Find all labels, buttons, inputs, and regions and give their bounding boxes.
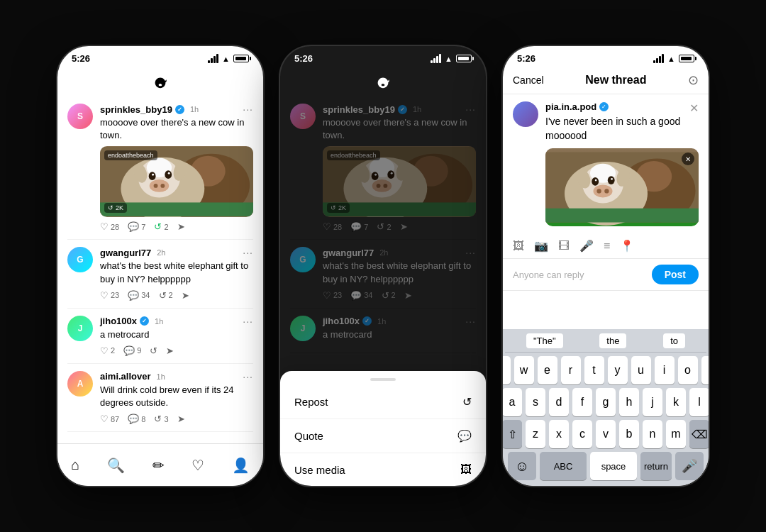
dots-1[interactable]: ··· <box>243 104 253 115</box>
dark-share-2[interactable]: ➤ <box>404 290 412 301</box>
key-emoji[interactable]: ☺ <box>508 452 536 480</box>
dark-dots-1[interactable]: ··· <box>465 104 476 115</box>
key-q[interactable]: q <box>503 356 511 384</box>
key-s[interactable]: s <box>526 388 545 416</box>
post-text-3: a metrocard <box>100 328 253 341</box>
dark-post-actions-2[interactable]: ♡23 💬34 ↺2 ➤ <box>323 290 476 301</box>
comment-action-1[interactable]: 💬7 <box>128 221 145 232</box>
repost-action-2[interactable]: ↺2 <box>159 290 173 301</box>
like-action-4[interactable]: ♡87 <box>100 414 119 424</box>
nav-home[interactable]: ⌂ <box>71 457 79 473</box>
avatar-3: J <box>67 316 93 341</box>
dark-post-actions-1[interactable]: ♡28 💬7 ↺2 ➤ <box>323 221 476 232</box>
key-f[interactable]: f <box>572 388 592 416</box>
repost-action-1[interactable]: ↺2 <box>154 221 168 232</box>
key-m[interactable]: m <box>666 420 686 448</box>
like-action-3[interactable]: ♡2 <box>100 345 115 356</box>
camera-icon[interactable]: 📷 <box>534 239 548 253</box>
dark-repost-2[interactable]: ↺2 <box>382 290 396 301</box>
dark-like-1[interactable]: ♡28 <box>323 221 342 232</box>
post-actions-3[interactable]: ♡2 💬9 ↺ ➤ <box>100 345 253 356</box>
key-w[interactable]: w <box>514 356 534 384</box>
key-shift[interactable]: ⇧ <box>503 420 522 448</box>
key-delete[interactable]: ⌫ <box>689 420 709 448</box>
svg-point-6 <box>149 172 156 181</box>
dark-comment-2[interactable]: 💬34 <box>350 290 372 301</box>
key-p[interactable]: p <box>701 356 709 384</box>
comment-action-3[interactable]: 💬9 <box>123 345 141 356</box>
dark-dots-3[interactable]: ··· <box>465 316 476 327</box>
svg-point-23 <box>387 171 394 179</box>
key-g[interactable]: g <box>596 388 616 416</box>
compose-input-text[interactable]: I've never been in such a good moooood <box>545 115 699 143</box>
photo-icon[interactable]: 🖼 <box>513 240 524 253</box>
nav-compose[interactable]: ✏ <box>152 457 165 474</box>
post-actions-1[interactable]: ♡28 💬7 ↺2 ➤ <box>100 221 253 232</box>
key-b[interactable]: b <box>619 420 639 448</box>
key-x[interactable]: x <box>549 420 569 448</box>
compose-options-button[interactable]: ⊙ <box>688 72 699 88</box>
key-h[interactable]: h <box>619 388 639 416</box>
suggestion-0[interactable]: "The" <box>526 333 563 348</box>
key-d[interactable]: d <box>549 388 569 416</box>
dark-like-2[interactable]: ♡23 <box>323 290 342 301</box>
key-mic[interactable]: 🎤 <box>675 452 704 480</box>
key-abc[interactable]: ABC <box>540 452 587 480</box>
key-r[interactable]: r <box>561 356 581 384</box>
key-e[interactable]: e <box>538 356 557 384</box>
cancel-button[interactable]: Cancel <box>513 74 544 86</box>
post-actions-4[interactable]: ♡87 💬8 ↺3 ➤ <box>100 414 253 424</box>
compose-username: pia.in.a.pod <box>545 101 596 112</box>
key-return[interactable]: return <box>640 452 672 480</box>
svg-point-42 <box>594 185 613 198</box>
post-button[interactable]: Post <box>652 265 699 284</box>
key-v[interactable]: v <box>596 420 616 448</box>
svg-point-40 <box>595 179 597 182</box>
dark-comment-1[interactable]: 💬7 <box>350 221 368 232</box>
post-actions-2[interactable]: ♡23 💬34 ↺2 ➤ <box>100 290 253 301</box>
key-space[interactable]: space <box>590 452 637 480</box>
nav-profile[interactable]: 👤 <box>232 457 250 474</box>
key-j[interactable]: j <box>643 388 662 416</box>
dark-repost-1[interactable]: ↺2 <box>377 221 391 232</box>
share-action-3[interactable]: ➤ <box>166 345 174 356</box>
nav-heart[interactable]: ♡ <box>192 457 204 474</box>
dark-share-1[interactable]: ➤ <box>400 221 408 232</box>
key-n[interactable]: n <box>643 420 662 448</box>
suggestion-2[interactable]: to <box>663 333 685 348</box>
comment-action-2[interactable]: 💬34 <box>128 290 150 301</box>
like-action-1[interactable]: ♡28 <box>100 221 119 232</box>
compose-close-button[interactable]: ✕ <box>689 101 699 115</box>
dark-dots-2[interactable]: ··· <box>465 247 476 258</box>
list-icon[interactable]: ≡ <box>604 240 610 253</box>
share-action-1[interactable]: ➤ <box>177 221 185 232</box>
key-a[interactable]: a <box>503 388 522 416</box>
repost-option[interactable]: Repost ↺ <box>280 385 486 419</box>
share-action-4[interactable]: ➤ <box>177 414 185 424</box>
key-k[interactable]: k <box>666 388 686 416</box>
dots-2[interactable]: ··· <box>243 247 253 258</box>
key-o[interactable]: o <box>678 356 698 384</box>
key-y[interactable]: y <box>608 356 628 384</box>
dots-4[interactable]: ··· <box>243 371 253 382</box>
key-c[interactable]: c <box>572 420 592 448</box>
gif-icon[interactable]: 🎞 <box>558 240 570 253</box>
repost-action-3[interactable]: ↺ <box>150 345 157 356</box>
nav-search[interactable]: 🔍 <box>107 457 125 474</box>
like-action-2[interactable]: ♡23 <box>100 290 119 301</box>
quote-option[interactable]: Quote 💬 <box>280 419 486 453</box>
dots-3[interactable]: ··· <box>243 316 253 327</box>
key-i[interactable]: i <box>655 356 675 384</box>
post-text-2: what's the best white elephant gift to b… <box>100 260 253 285</box>
suggestion-1[interactable]: the <box>599 333 626 348</box>
mic-icon[interactable]: 🎤 <box>579 239 594 253</box>
key-l[interactable]: l <box>689 388 709 416</box>
key-z[interactable]: z <box>526 420 545 448</box>
share-action-2[interactable]: ➤ <box>182 290 189 301</box>
key-u[interactable]: u <box>631 356 651 384</box>
use-media-option[interactable]: Use media 🖼 <box>280 453 486 486</box>
comment-action-4[interactable]: 💬8 <box>128 414 145 424</box>
key-t[interactable]: t <box>584 356 604 384</box>
location-icon[interactable]: 📍 <box>620 239 634 253</box>
repost-action-4[interactable]: ↺3 <box>154 414 168 424</box>
